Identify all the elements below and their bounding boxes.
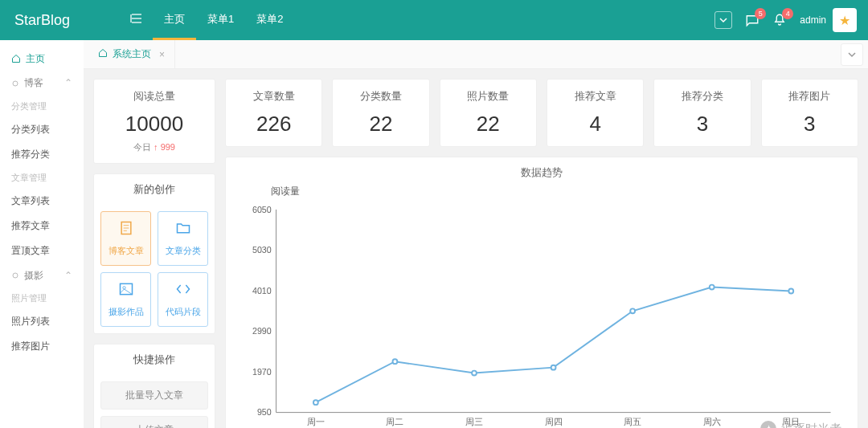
sidebar-item-home[interactable]: 主页 [0,47,84,71]
stat-card: 文章数量226 [225,79,322,147]
stat-label: 阅读总量 [99,89,210,104]
folder-icon [175,220,191,240]
sidebar-toggle-icon[interactable] [121,12,153,28]
dropdown-icon[interactable] [714,11,732,29]
x-tick-label: 周一 [307,417,325,426]
data-point [313,400,318,405]
home-icon [98,48,108,60]
create-item[interactable]: 代码片段 [158,272,208,327]
stat-card: 照片数量22 [440,79,537,147]
sidebar-item[interactable]: 照片列表 [0,309,84,334]
brand-logo: StarBlog [0,12,121,29]
sidebar-item[interactable]: 置顶文章 [0,238,84,263]
tabs-more-icon[interactable] [841,43,863,66]
stat-value: 3 [659,112,745,137]
sidebar-item[interactable]: 推荐分类 [0,142,84,167]
sidebar-item[interactable]: 推荐图片 [0,334,84,359]
panel-title: 快捷操作 [94,344,215,375]
data-point [551,365,556,370]
svg-point-0 [13,81,18,86]
y-tick-label: 2990 [252,326,272,336]
top-menu-item[interactable]: 主页 [153,0,196,40]
code-icon [175,281,191,301]
user-menu[interactable]: admin ★ [800,8,857,32]
marker-icon [11,271,19,279]
create-item[interactable]: 博客文章 [100,211,151,266]
sidebar-subtitle: 照片管理 [0,287,84,309]
y-tick-label: 950 [257,408,272,418]
arrow-up-icon: ↑ [154,142,158,152]
create-item[interactable]: 文章分类 [158,211,208,266]
quick-actions-panel: 快捷操作 批量导入文章上传文章批量导入图片上传图片导出数据 [93,344,215,428]
stat-sub: 今日 ↑ 999 [99,141,210,153]
sidebar-group[interactable]: 博客⌃ [0,71,84,95]
stat-card: 推荐文章4 [547,79,644,147]
line-chart: 95019702990401050306050周一周二周三周四周五周六周日 [237,198,846,428]
new-creation-panel: 新的创作 博客文章文章分类摄影作品代码片段 [93,173,215,334]
stat-card: 推荐分类3 [653,79,751,147]
stat-value: 3 [767,112,853,137]
sidebar-group[interactable]: 摄影⌃ [0,263,84,287]
sidebar-subtitle: 文章管理 [0,167,84,189]
quick-action-button[interactable]: 批量导入文章 [100,381,208,410]
notification-badge: 4 [782,8,793,19]
x-tick-label: 周三 [465,417,483,426]
top-menu-item[interactable]: 菜单1 [196,0,245,40]
create-item-label: 代码片段 [166,306,201,318]
tab-label: 系统主页 [113,47,151,61]
sidebar-item[interactable]: 文章列表 [0,189,84,214]
svg-point-1 [13,273,18,278]
image-icon [118,281,134,301]
panel-title: 新的创作 [94,174,215,205]
close-icon[interactable]: × [159,49,165,60]
message-icon[interactable]: 5 [745,13,760,27]
tab-home[interactable]: 系统主页 × [88,40,175,69]
stat-label: 推荐分类 [659,89,745,104]
quick-action-button[interactable]: 上传文章 [100,416,208,428]
stat-value: 22 [445,112,531,137]
sidebar-item[interactable]: 推荐文章 [0,214,84,238]
stat-value: 10000 [99,112,210,137]
y-tick-label: 5030 [252,245,272,255]
stat-label: 照片数量 [445,89,531,104]
create-item-label: 文章分类 [166,245,201,257]
chart-title: 数据趋势 [237,165,846,180]
stat-card: 推荐图片3 [761,79,858,147]
chart-card: 数据趋势 阅读量 95019702990401050306050周一周二周三周四… [225,157,858,428]
x-tick-label: 周二 [386,417,403,426]
x-tick-label: 周五 [624,417,641,426]
avatar-icon: ★ [833,8,857,32]
chart-legend: 阅读量 [271,185,846,198]
x-tick-label: 周四 [545,417,563,426]
create-item-label: 博客文章 [108,245,144,257]
doc-icon [118,220,134,240]
data-point [710,285,714,290]
x-tick-label: 周六 [703,417,721,426]
notification-icon[interactable]: 4 [772,13,787,27]
stat-label: 推荐文章 [552,89,638,104]
y-tick-label: 1970 [252,367,272,377]
watermark: ✦ 追逐时光者 [760,421,841,428]
data-point [788,289,793,294]
tabs-bar: 系统主页 × [84,40,868,69]
sidebar-item[interactable]: 分类列表 [0,117,84,142]
data-line [316,287,791,403]
create-item-label: 摄影作品 [108,306,144,318]
sidebar-subtitle: 分类管理 [0,96,84,117]
stat-label: 文章数量 [231,89,317,104]
chevron-up-icon: ⌃ [64,77,72,88]
create-item[interactable]: 摄影作品 [100,272,151,327]
chevron-up-icon: ⌃ [64,270,72,281]
wechat-icon: ✦ [760,421,776,428]
y-tick-label: 6050 [252,205,272,214]
stat-card: 分类数量22 [332,79,429,147]
marker-icon [11,79,19,88]
top-menu: 主页菜单1菜单2 [153,0,294,40]
stat-value: 4 [552,112,638,137]
sidebar: 主页博客⌃分类管理分类列表推荐分类文章管理文章列表推荐文章置顶文章摄影⌃照片管理… [0,40,84,428]
message-badge: 5 [755,8,766,19]
top-menu-item[interactable]: 菜单2 [245,0,294,40]
data-point [472,371,477,376]
stat-primary: 阅读总量 10000 今日 ↑ 999 [93,79,215,164]
y-tick-label: 4010 [252,286,272,296]
